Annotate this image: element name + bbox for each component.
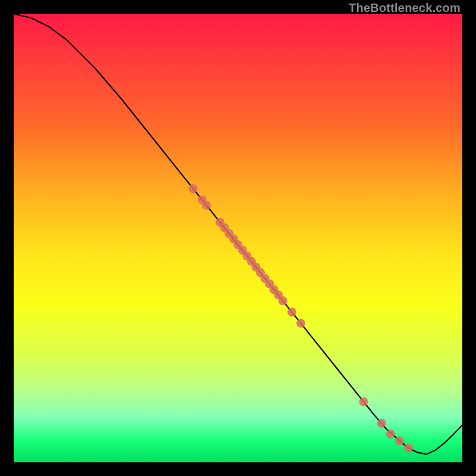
- data-marker: [252, 263, 261, 272]
- chart-stage: TheBottleneck.com: [0, 0, 476, 476]
- curve-svg: [14, 14, 462, 462]
- data-marker: [220, 223, 229, 232]
- data-marker: [270, 285, 278, 294]
- plot-area: [14, 14, 462, 462]
- data-marker: [238, 246, 247, 255]
- data-marker: [202, 201, 211, 210]
- data-marker: [274, 290, 283, 299]
- data-marker: [359, 397, 368, 406]
- data-marker: [234, 240, 243, 249]
- data-marker: [395, 436, 404, 445]
- data-marker: [256, 268, 265, 277]
- data-marker: [265, 279, 274, 288]
- data-marker: [287, 308, 296, 317]
- data-marker: [215, 218, 224, 227]
- data-marker: [261, 274, 270, 283]
- data-marker: [386, 430, 395, 439]
- marker-group: [189, 184, 413, 453]
- data-marker: [189, 184, 198, 193]
- data-marker: [247, 257, 256, 266]
- data-marker: [404, 443, 413, 452]
- data-marker: [296, 319, 305, 328]
- data-marker: [377, 419, 386, 428]
- data-marker: [224, 229, 233, 238]
- data-marker: [243, 252, 252, 261]
- bottleneck-curve: [14, 14, 462, 454]
- data-marker: [229, 234, 238, 243]
- data-marker: [278, 296, 287, 305]
- watermark-text: TheBottleneck.com: [349, 1, 461, 15]
- data-marker: [198, 195, 206, 204]
